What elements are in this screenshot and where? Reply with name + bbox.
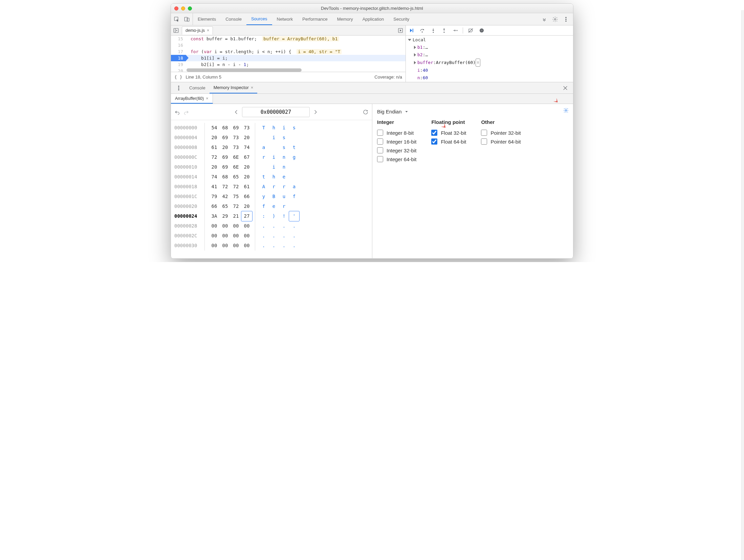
kebab-menu-icon[interactable] (563, 16, 569, 22)
tab-security[interactable]: Security (389, 13, 414, 25)
ascii-byte[interactable]: i (279, 123, 289, 133)
step-over-icon[interactable] (419, 27, 425, 34)
ascii-byte[interactable]: f (259, 201, 269, 211)
hex-byte[interactable]: 74 (209, 172, 220, 182)
value-type-option[interactable]: Pointer 32-bit (481, 128, 521, 137)
hex-byte[interactable]: 61 (209, 143, 220, 152)
value-type-option[interactable]: Integer 64-bit (377, 155, 416, 164)
scope-variable[interactable]: str: "This is a string in the ArrayBuffe… (408, 82, 573, 82)
ascii-byte[interactable]: . (259, 221, 269, 231)
hex-byte[interactable]: 69 (231, 123, 241, 133)
line-number[interactable]: 16 (171, 42, 186, 48)
run-snippet-icon[interactable] (397, 27, 403, 34)
ascii-byte[interactable]: ' (289, 211, 299, 221)
ascii-byte[interactable]: . (279, 231, 289, 241)
drawer-close-icon[interactable] (557, 82, 573, 93)
checkbox[interactable] (377, 156, 383, 162)
zoom-window-button[interactable] (188, 6, 192, 10)
hex-byte[interactable]: 00 (231, 231, 241, 241)
hex-byte[interactable]: 00 (220, 221, 231, 231)
hex-byte[interactable]: 21 (231, 211, 241, 221)
ascii-byte[interactable]: t (259, 172, 269, 182)
ascii-byte[interactable]: a (289, 182, 299, 192)
ascii-byte[interactable]: h (269, 172, 279, 182)
drawer-tab-memory-inspector[interactable]: Memory Inspector× (210, 82, 258, 93)
hex-byte[interactable]: 20 (241, 133, 252, 143)
ascii-byte[interactable]: r (279, 182, 289, 192)
ascii-byte[interactable]: A (259, 182, 269, 192)
hex-byte[interactable]: 6E (231, 152, 241, 162)
hex-byte[interactable]: 72 (231, 201, 241, 211)
ascii-byte[interactable]: . (289, 231, 299, 241)
step-icon[interactable] (452, 27, 458, 34)
device-toolbar-icon[interactable] (184, 16, 190, 22)
ascii-byte[interactable] (289, 162, 299, 172)
ascii-byte[interactable]: . (259, 231, 269, 241)
value-type-option[interactable]: Integer 32-bit (377, 146, 416, 155)
ascii-byte[interactable]: . (279, 221, 289, 231)
value-type-option[interactable]: Integer 8-bit (377, 128, 416, 137)
hex-byte[interactable]: 42 (220, 192, 231, 201)
ascii-byte[interactable]: s (279, 133, 289, 143)
step-into-icon[interactable] (430, 27, 436, 34)
hex-byte[interactable]: 41 (209, 182, 220, 192)
expand-icon[interactable] (414, 46, 416, 49)
ascii-byte[interactable] (289, 172, 299, 182)
hex-byte[interactable]: 20 (241, 172, 252, 182)
checkbox[interactable] (377, 138, 383, 145)
checkbox[interactable] (377, 147, 383, 153)
ascii-byte[interactable]: g (289, 152, 299, 162)
ascii-byte[interactable]: . (289, 241, 299, 251)
hex-byte[interactable]: 00 (241, 221, 252, 231)
scope-variable[interactable]: i: 40 (408, 67, 573, 74)
ascii-byte[interactable]: s (289, 123, 299, 133)
hex-byte[interactable]: 27 (241, 211, 252, 221)
prev-address-icon[interactable] (233, 109, 239, 115)
scope-variable[interactable]: b2: … (408, 51, 573, 59)
pause-on-exceptions-icon[interactable] (479, 27, 485, 34)
redo-icon[interactable] (183, 109, 189, 115)
hex-byte[interactable]: 20 (209, 133, 220, 143)
tab-console[interactable]: Console (221, 13, 246, 25)
hex-byte[interactable]: 20 (241, 201, 252, 211)
ascii-byte[interactable]: y (259, 192, 269, 201)
hex-byte[interactable]: 20 (209, 162, 220, 172)
hex-byte[interactable]: 00 (220, 231, 231, 241)
ascii-byte[interactable]: u (279, 192, 289, 201)
code-editor[interactable]: 15const buffer = b1.buffer; buffer = Arr… (171, 36, 406, 72)
tab-sources[interactable]: Sources (246, 13, 272, 25)
hex-viewer[interactable]: 0000000054686973This0000000420697320 is … (171, 120, 372, 253)
hex-byte[interactable]: 00 (209, 231, 220, 241)
checkbox[interactable] (481, 130, 487, 136)
pretty-print-icon[interactable]: { } (174, 74, 182, 80)
ascii-byte[interactable]: i (269, 152, 279, 162)
hex-byte[interactable]: 69 (220, 133, 231, 143)
expand-icon[interactable] (408, 39, 411, 41)
hex-byte[interactable]: 69 (220, 162, 231, 172)
ascii-byte[interactable] (259, 133, 269, 143)
hex-byte[interactable]: 54 (209, 123, 220, 133)
hex-byte[interactable]: 68 (220, 123, 231, 133)
ascii-byte[interactable]: r (279, 201, 289, 211)
ascii-byte[interactable]: e (279, 172, 289, 182)
checkbox[interactable] (481, 138, 487, 145)
close-drawer-tab-icon[interactable]: × (251, 85, 254, 90)
hex-byte[interactable]: 73 (241, 123, 252, 133)
ascii-byte[interactable]: B (269, 192, 279, 201)
hex-byte[interactable]: 66 (241, 192, 252, 201)
hex-byte[interactable]: 69 (220, 152, 231, 162)
refresh-icon[interactable] (363, 109, 369, 115)
hex-byte[interactable]: 29 (220, 211, 231, 221)
checkbox[interactable] (377, 130, 383, 136)
next-address-icon[interactable] (312, 109, 319, 115)
line-number[interactable]: 15 (171, 36, 186, 42)
line-number[interactable]: 19 (171, 61, 186, 68)
ascii-byte[interactable] (269, 143, 279, 152)
hex-byte[interactable]: 00 (220, 241, 231, 251)
ascii-byte[interactable]: n (279, 162, 289, 172)
drawer-tab-console[interactable]: Console (185, 82, 210, 93)
hex-byte[interactable]: 00 (241, 241, 252, 251)
ascii-byte[interactable] (289, 133, 299, 143)
ascii-byte[interactable]: . (289, 221, 299, 231)
ascii-byte[interactable]: t (289, 143, 299, 152)
